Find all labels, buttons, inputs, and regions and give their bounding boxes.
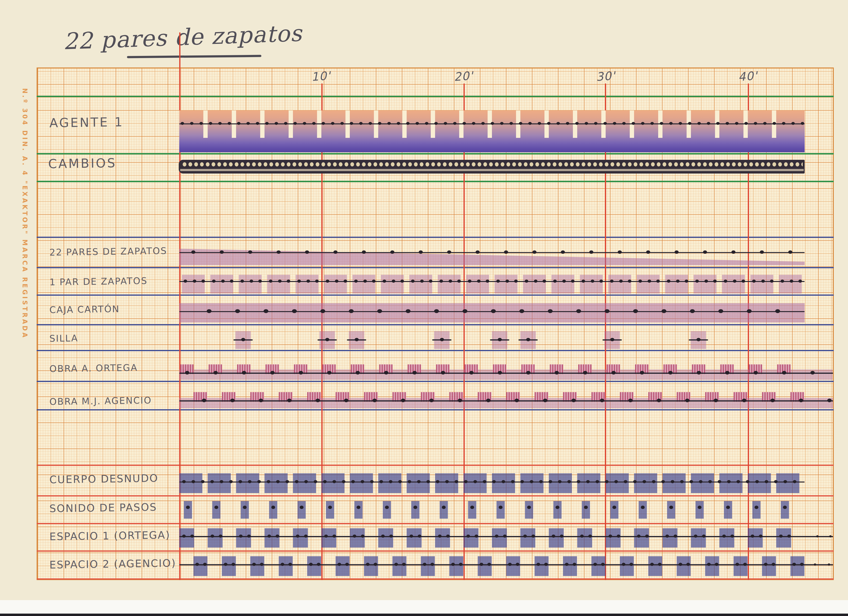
agente-1-event-dot <box>434 122 438 125</box>
par-1-event-dot <box>534 279 537 283</box>
par-1-shoe-square <box>694 275 716 294</box>
agente-1-event-dot <box>378 122 381 125</box>
green-rule-line <box>37 181 834 182</box>
green-rule-line <box>37 96 834 97</box>
sonido-pasos-step-rect <box>781 501 789 519</box>
obra-ortega-event-dot <box>384 371 388 374</box>
espacio-1-space-square <box>719 528 734 548</box>
cuerpo-desnudo-event-dot <box>483 480 486 483</box>
sonido-pasos-event-dot <box>669 506 673 509</box>
espacio-2-space-square <box>563 556 577 576</box>
agente-1-event-dot <box>772 122 776 125</box>
cuerpo-desnudo-presence-square <box>179 474 202 493</box>
espacio-2-event-dot <box>252 563 256 566</box>
silla-event-dot <box>697 338 701 341</box>
caja-carton-event-dot <box>633 309 638 313</box>
par-1-event-dot <box>599 279 603 283</box>
sonido-pasos-step-rect <box>695 501 704 519</box>
par-1-event-dot <box>648 279 651 283</box>
cuerpo-desnudo-event-dot <box>783 480 787 483</box>
agente-1-event-dot <box>181 122 184 125</box>
espacio-1-space-square <box>606 528 621 548</box>
cuerpo-desnudo-event-dot <box>323 480 327 483</box>
cuerpo-desnudo-event-dot <box>774 480 778 483</box>
sonido-pasos-event-dot <box>726 506 730 509</box>
caja-carton-event-dot <box>519 309 524 313</box>
par-1-shoe-square <box>665 275 688 294</box>
cuerpo-desnudo-event-dot <box>558 480 562 483</box>
cuerpo-desnudo-event-dot <box>680 480 684 483</box>
caja-carton-event-dot <box>235 309 240 313</box>
pares-22-event-dot <box>760 250 764 254</box>
espacio-1-event-dot <box>495 534 498 538</box>
cuerpo-desnudo-presence-square <box>264 474 288 493</box>
espacio-2-space-square <box>222 556 236 576</box>
par-1-event-dot <box>543 279 546 283</box>
agente-1-event-dot <box>415 122 419 125</box>
cuerpo-desnudo-event-dot <box>661 480 665 483</box>
agente-1-event-dot <box>199 122 203 125</box>
caja-carton-event-dot <box>377 309 382 313</box>
red-rule-line <box>37 465 834 466</box>
espacio-1-event-dot <box>219 534 222 538</box>
cuerpo-desnudo-event-dot <box>239 480 242 483</box>
espacio-1-event-dot <box>503 534 507 538</box>
espacio-2-event-dot <box>650 563 654 566</box>
par-1-shoe-square <box>779 275 802 294</box>
sonido-pasos-event-dot <box>328 506 332 509</box>
espacio-1-space-square <box>322 528 336 548</box>
obra-ortega-event-dot <box>554 371 559 374</box>
obra-ortega-event-dot <box>270 371 275 374</box>
sonido-pasos-event-dot <box>612 506 616 509</box>
espacio-1-event-dot <box>409 534 413 538</box>
cuerpo-desnudo-presence-square <box>520 474 544 493</box>
espacio-1-space-square <box>748 528 763 548</box>
pares-22-event-dot <box>220 250 224 254</box>
par-1-shoe-square <box>182 275 205 294</box>
agente-1-event-dot <box>660 122 663 125</box>
sonido-pasos-step-rect <box>326 501 334 519</box>
par-1-event-dot <box>628 279 632 283</box>
cuerpo-desnudo-event-dot <box>286 480 289 483</box>
row-label-cuerpo-desnudo: CUERPO DESNUDO <box>49 472 159 485</box>
row-label-obra-agencio: OBRA M.J. AGENCIO <box>49 395 152 407</box>
espacio-2-space-square <box>620 556 634 576</box>
cuerpo-desnudo-event-dot <box>408 480 411 483</box>
time-gridline <box>464 83 465 580</box>
row-label-espacio-2: ESPACIO 2 (AGENCIO) <box>49 557 176 571</box>
cuerpo-desnudo-event-dot <box>530 480 534 483</box>
espacio-1-event-dot <box>267 534 271 538</box>
row-label-espacio-1: ESPACIO 1 (ORTEGA) <box>49 529 170 542</box>
obra-ortega-event-line <box>179 373 833 374</box>
espacio-2-event-line <box>179 564 833 566</box>
par-1-shoe-square <box>580 275 603 294</box>
sonido-pasos-step-rect <box>241 501 249 519</box>
sonido-pasos-step-rect <box>610 501 618 519</box>
espacio-2-event-dot <box>451 563 455 566</box>
espacio-2-event-dot <box>792 563 796 566</box>
pares-22-event-dot <box>646 250 650 254</box>
espacio-1-event-dot <box>182 534 186 538</box>
par-1-event-dot <box>741 279 745 283</box>
espacio-1-event-dot <box>353 534 356 538</box>
par-1-event-dot <box>457 279 461 283</box>
par-1-event-dot <box>184 279 187 283</box>
cuerpo-desnudo-event-dot <box>746 480 749 483</box>
agente-1-event-dot <box>697 122 701 125</box>
espacio-2-event-dot <box>366 563 369 566</box>
sonido-pasos-event-dot <box>470 506 474 509</box>
espacio-2-space-square <box>648 556 662 576</box>
silla-event-dot <box>498 338 502 341</box>
espacio-2-space-square <box>250 556 264 576</box>
agente-1-event-dot <box>406 122 409 125</box>
espacio-2-event-dot <box>764 563 768 566</box>
obra-agencio-event-dot <box>316 399 320 402</box>
caja-carton-event-dot <box>434 309 439 313</box>
espacio-1-event-dot <box>211 534 214 538</box>
espacio-2-event-dot <box>196 563 199 566</box>
obra-ortega-event-dot <box>782 371 786 374</box>
espacio-2-event-dot <box>203 563 207 566</box>
par-1-event-dot <box>553 279 557 283</box>
sonido-pasos-step-rect <box>525 501 533 519</box>
par-1-event-dot <box>477 279 480 283</box>
